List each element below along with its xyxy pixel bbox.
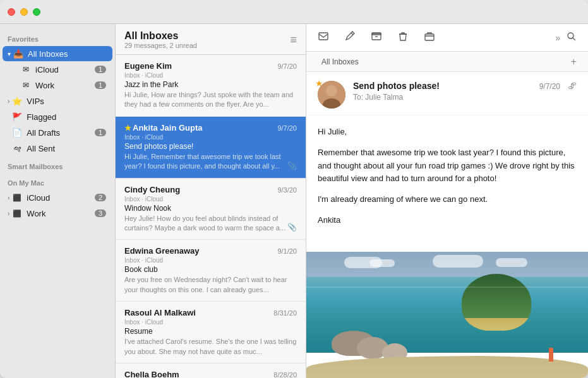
archive-icon[interactable]: [368, 28, 385, 47]
trash-icon[interactable]: [395, 28, 411, 47]
smart-mailboxes-label: Smart Mailboxes: [0, 157, 115, 173]
sidebar-item-flagged[interactable]: › 🚩 Flagged: [3, 109, 112, 124]
reading-pane-tabs: All Inboxes +: [306, 52, 588, 72]
message-meta: Inbox · iCloud: [124, 257, 297, 264]
sidebar-item-label: Work: [35, 81, 95, 90]
sidebar-item-all-sent[interactable]: › 🛩 All Sent: [3, 141, 112, 156]
sidebar-item-all-inboxes[interactable]: ▾ 📥 All Inboxes: [3, 46, 112, 61]
message-meta: Inbox · iCloud: [124, 319, 297, 326]
message-list: Eugene Kim 9/7/20 Inbox · iCloud Jazz in…: [116, 55, 306, 378]
work-badge: 1: [95, 81, 106, 89]
message-date: 9/1/20: [277, 247, 297, 255]
add-tab-button[interactable]: +: [568, 56, 579, 68]
avatar-container: ★: [318, 81, 345, 109]
chevron-down-icon: ▾: [8, 50, 11, 57]
inbox-icon: 📥: [13, 48, 24, 59]
icloud-section-badge: 2: [95, 194, 106, 201]
main-container: Favorites ▾ 📥 All Inboxes ✉ iCloud 1 ✉ W…: [0, 24, 588, 378]
message-list-title: All Inboxes: [124, 30, 197, 42]
message-list-pane: All Inboxes 29 messages, 2 unread ≡ Euge…: [116, 24, 306, 378]
message-sender: Edwina Greenaway: [124, 246, 200, 256]
sidebar-item-label: All Sent: [27, 144, 106, 153]
star-icon: ★: [124, 124, 131, 133]
drafts-badge: 1: [95, 129, 106, 136]
message-list-header-left: All Inboxes 29 messages, 2 unread: [124, 30, 197, 49]
message-preview: Hey Julie! How do you feel about blinds …: [124, 214, 297, 233]
message-preview: Hi Julie, How are things? Just spoke wit…: [124, 90, 297, 110]
message-date: 9/7/20: [277, 124, 297, 132]
attachment-icon: 📎: [287, 223, 297, 232]
message-item[interactable]: ★Ankita Jain Gupta 9/7/20 Inbox · iCloud…: [116, 117, 306, 179]
sidebar-item-vips[interactable]: › ⭐ VIPs: [3, 93, 112, 109]
message-item[interactable]: Edwina Greenaway 9/1/20 Inbox · iCloud B…: [116, 240, 306, 302]
message-preview: Are you free on Wednesday night? Can't w…: [124, 275, 297, 295]
message-subject: Book club: [124, 265, 297, 274]
reading-date: 9/7/20: [539, 82, 560, 91]
titlebar: [0, 0, 588, 24]
reading-pane-toolbar: »: [306, 24, 588, 52]
drafts-icon: 📄: [11, 127, 23, 138]
sidebar-item-label: Flagged: [27, 112, 106, 122]
chevron-right-icon: ›: [8, 210, 9, 217]
message-sender: ★Ankita Jain Gupta: [124, 123, 203, 133]
body-paragraph: Hi Julie,: [318, 126, 577, 139]
new-message-icon[interactable]: [315, 28, 332, 47]
sidebar-item-all-drafts[interactable]: › 📄 All Drafts 1: [3, 125, 112, 140]
reading-header-info: Send photos please! 9/7/20 To: Julie Tal…: [353, 81, 560, 102]
reading-subject: Send photos please!: [353, 81, 440, 91]
reading-pane: » All Inboxes + ★: [306, 24, 588, 378]
star-badge-icon: ★: [315, 78, 323, 88]
message-subject: Send photos please!: [124, 142, 297, 151]
message-date: 9/7/20: [277, 62, 297, 70]
reading-body: Hi Julie,Remember that awesome trip we t…: [306, 115, 588, 252]
minimize-button[interactable]: [20, 8, 28, 16]
sidebar-item-label: All Inboxes: [28, 49, 106, 59]
work-section-badge: 3: [95, 210, 106, 217]
attachment-icon: 🖇: [568, 81, 577, 91]
sidebar-item-icloud[interactable]: ✉ iCloud 1: [3, 62, 112, 77]
work-section-icon: ⬛: [11, 208, 23, 219]
flag-icon: 🚩: [11, 111, 23, 122]
message-sender: Cindy Cheung: [124, 185, 180, 194]
chevron-right-icon: ›: [8, 98, 9, 105]
chevron-right-icon: ›: [8, 194, 9, 201]
overflow-icon[interactable]: »: [555, 33, 560, 43]
star-icon: ⭐: [11, 95, 23, 107]
email-image: [306, 252, 588, 378]
close-button[interactable]: [8, 8, 15, 16]
move-icon[interactable]: [421, 28, 438, 47]
sidebar-item-work-section[interactable]: › ⬛ Work 3: [3, 206, 112, 221]
tab-all-inboxes[interactable]: All Inboxes: [315, 52, 365, 71]
fullscreen-button[interactable]: [33, 8, 40, 16]
sidebar-item-label: iCloud: [35, 65, 95, 74]
work-mail-icon: ✉: [20, 80, 32, 91]
sidebar-item-label: Work: [27, 209, 95, 218]
message-preview: I've attached Carol's resume. She's the …: [124, 337, 297, 357]
svg-point-6: [326, 85, 337, 97]
message-meta: Inbox · iCloud: [124, 196, 297, 203]
sidebar-item-label: All Drafts: [27, 128, 95, 138]
body-paragraph: I'm already dreaming of where we can go …: [318, 193, 577, 206]
message-item[interactable]: Eugene Kim 9/7/20 Inbox · iCloud Jazz in…: [116, 55, 306, 117]
message-subject: Jazz in the Park: [124, 80, 297, 89]
icloud-badge: 1: [95, 66, 106, 73]
message-item[interactable]: Chella Boehm 8/28/20 Inbox · iCloud Than…: [116, 363, 306, 378]
message-date: 8/28/20: [273, 371, 297, 378]
traffic-lights: [8, 8, 40, 16]
compose-icon[interactable]: [342, 28, 358, 47]
sidebar-item-work-favorites[interactable]: ✉ Work 1: [3, 78, 112, 93]
message-item[interactable]: Rasoul Al Malkawi 8/31/20 Inbox · iCloud…: [116, 302, 306, 363]
message-date: 9/3/20: [277, 186, 297, 194]
filter-icon[interactable]: ≡: [290, 33, 297, 47]
message-item[interactable]: Cindy Cheung 9/3/20 Inbox · iCloud Windo…: [116, 179, 306, 240]
message-date: 8/31/20: [273, 309, 297, 317]
sidebar-item-icloud-section[interactable]: › ⬛ iCloud 2: [3, 190, 112, 205]
mail-window: Favorites ▾ 📥 All Inboxes ✉ iCloud 1 ✉ W…: [0, 0, 588, 378]
search-icon[interactable]: [564, 29, 579, 47]
body-paragraph: Remember that awesome trip we took last …: [318, 146, 577, 186]
message-sender: Eugene Kim: [124, 61, 172, 71]
svg-rect-0: [319, 33, 328, 40]
icloud-section-icon: ⬛: [11, 192, 23, 203]
sent-icon: 🛩: [11, 143, 23, 154]
message-list-header: All Inboxes 29 messages, 2 unread ≡: [116, 24, 306, 55]
